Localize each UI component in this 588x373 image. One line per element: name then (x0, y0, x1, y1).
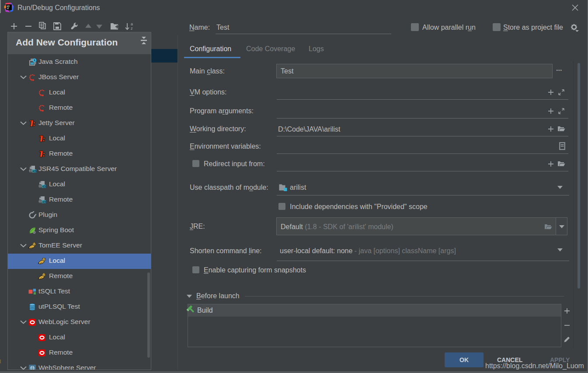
svg-text:a: a (131, 22, 133, 26)
svg-text:IJ: IJ (7, 5, 10, 8)
svg-text:z: z (131, 26, 133, 31)
